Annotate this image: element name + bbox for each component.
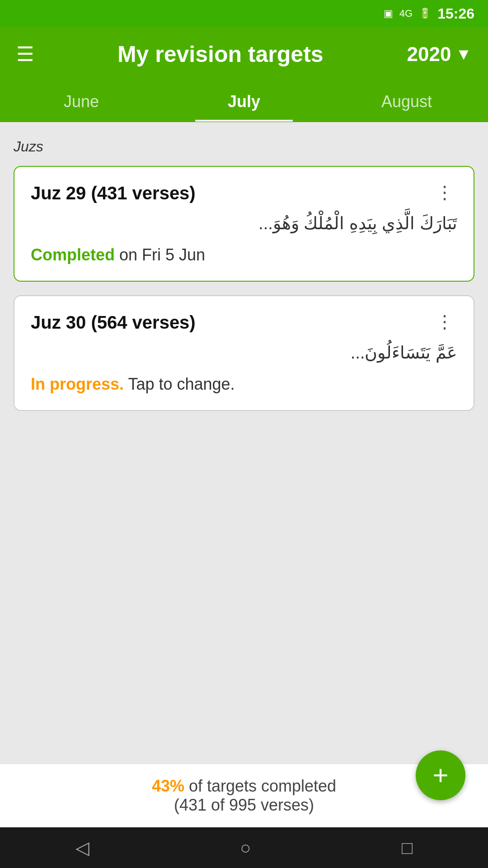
plus-icon: + — [432, 762, 448, 789]
juz-29-status: Completed on Fri 5 Jun — [31, 245, 457, 264]
signal-icon: 4G — [399, 8, 413, 19]
completion-percent: 43% — [152, 777, 184, 795]
tab-august[interactable]: August — [325, 81, 488, 122]
time-display: 15:26 — [437, 5, 474, 22]
bottom-bar: 43% of targets completed (431 of 995 ver… — [0, 764, 488, 827]
juz-30-arabic: عَمَّ يَتَسَاءَلُونَ... — [31, 340, 457, 366]
content-area: Juzs Juz 29 (431 verses) ⋮ تَبَارَكَ الَ… — [0, 122, 488, 665]
juz-29-arabic: تَبَارَكَ الَّذِي بِيَدِهِ الْمُلْكُ وَه… — [31, 211, 457, 236]
more-options-icon-30[interactable]: ⋮ — [432, 312, 457, 330]
juz-card-30-header: Juz 30 (564 verses) ⋮ — [31, 312, 457, 333]
juz-30-status-label: In progress. — [31, 375, 124, 393]
app-bar: ☰ My revision targets 2020 ▼ — [0, 27, 488, 81]
add-target-button[interactable]: + — [416, 750, 465, 800]
tab-july[interactable]: July — [163, 81, 325, 122]
completion-text1: of targets completed — [184, 777, 336, 795]
juz-30-status-suffix: Tap to change. — [124, 375, 235, 393]
juz-30-title: Juz 30 (564 verses) — [31, 312, 196, 333]
chevron-down-icon: ▼ — [455, 45, 472, 64]
year-label: 2020 — [407, 43, 451, 66]
juz-card-29[interactable]: Juz 29 (431 verses) ⋮ تَبَارَكَ الَّذِي … — [14, 166, 474, 282]
home-button[interactable]: ○ — [240, 838, 251, 858]
tab-june[interactable]: June — [0, 81, 163, 122]
completion-stats: 43% of targets completed (431 of 995 ver… — [16, 777, 472, 815]
juz-card-29-header: Juz 29 (431 verses) ⋮ — [31, 183, 457, 203]
section-label: Juzs — [14, 138, 474, 155]
completion-text2: (431 of 995 verses) — [174, 796, 314, 814]
vibrate-icon: ▣ — [384, 8, 393, 19]
juz-30-status: In progress. Tap to change. — [31, 375, 457, 394]
battery-icon: 🔋 — [419, 8, 431, 19]
nav-bar: ◁ ○ □ — [0, 827, 488, 868]
year-selector[interactable]: 2020 ▼ — [407, 43, 472, 66]
juz-29-status-label: Completed — [31, 245, 115, 264]
app-title: My revision targets — [47, 41, 393, 67]
status-bar: ▣ 4G 🔋 15:26 — [0, 0, 488, 27]
month-tabs: June July August — [0, 81, 488, 122]
juz-card-30[interactable]: Juz 30 (564 verses) ⋮ عَمَّ يَتَسَاءَلُو… — [14, 295, 474, 411]
menu-icon[interactable]: ☰ — [16, 44, 34, 64]
back-button[interactable]: ◁ — [75, 837, 89, 858]
recents-button[interactable]: □ — [402, 838, 413, 858]
more-options-icon-29[interactable]: ⋮ — [432, 183, 457, 201]
juz-29-status-suffix: on Fri 5 Jun — [115, 245, 205, 264]
juz-29-title: Juz 29 (431 verses) — [31, 183, 196, 203]
status-icons: ▣ 4G 🔋 15:26 — [384, 5, 474, 22]
